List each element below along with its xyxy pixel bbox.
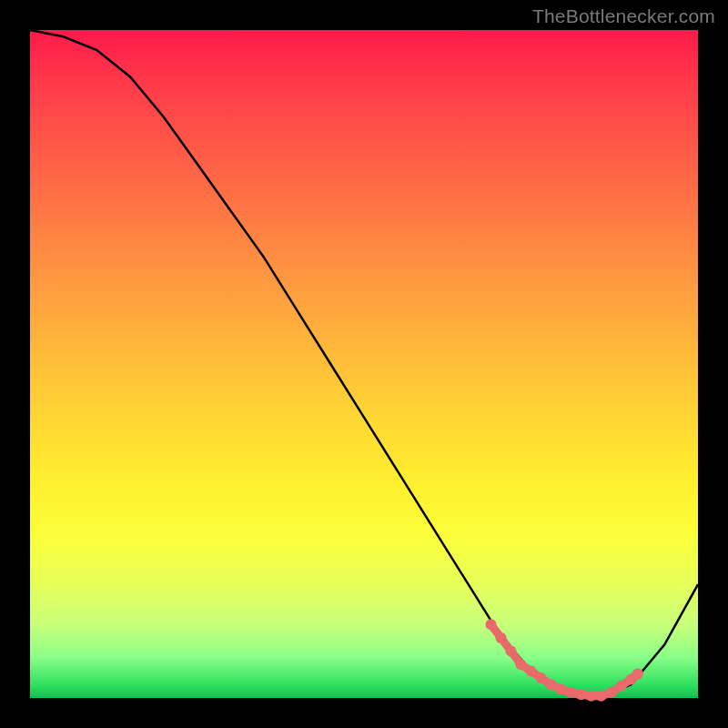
highlight-dot bbox=[606, 687, 617, 698]
chart-plot-area bbox=[30, 30, 698, 698]
highlight-dot bbox=[556, 684, 567, 695]
chart-highlight-dots bbox=[486, 619, 643, 702]
highlight-dot bbox=[586, 691, 597, 702]
highlight-dot bbox=[596, 691, 607, 702]
chart-curve bbox=[30, 30, 698, 698]
highlight-dot bbox=[506, 646, 517, 657]
highlight-dot bbox=[516, 659, 527, 670]
highlight-dot bbox=[566, 687, 577, 698]
highlight-dot bbox=[536, 672, 547, 683]
highlight-dot bbox=[632, 669, 643, 680]
highlight-dot bbox=[576, 689, 587, 700]
source-watermark: TheBottlenecker.com bbox=[532, 5, 715, 27]
highlight-dot bbox=[496, 632, 507, 643]
highlight-dot bbox=[616, 681, 627, 692]
highlight-dot bbox=[526, 666, 537, 677]
highlight-dot bbox=[546, 679, 557, 690]
highlight-dot bbox=[486, 619, 497, 630]
chart-svg bbox=[30, 30, 698, 698]
